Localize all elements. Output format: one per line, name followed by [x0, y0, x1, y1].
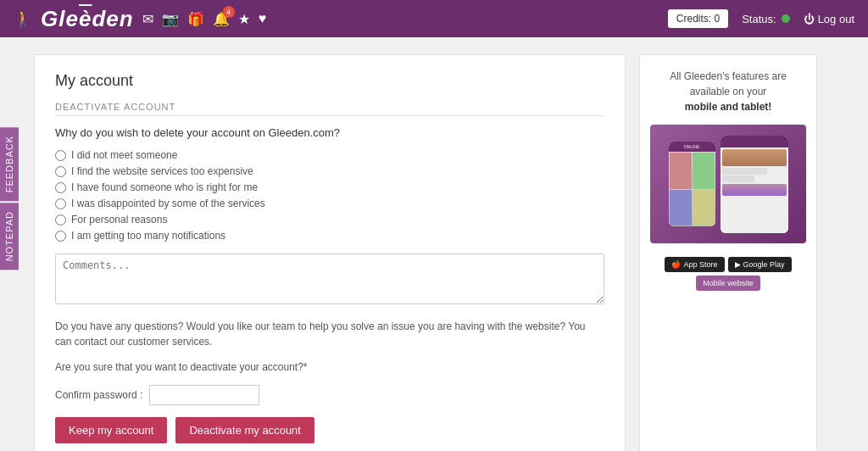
keep-account-button[interactable]: Keep my account: [55, 417, 167, 443]
header-right: Credits: 0 Status: ⏻ Log out: [668, 9, 854, 28]
header-icons: ✉ 📷 🎁 🔔 4 ★ ♥: [142, 11, 267, 27]
radio-label-3: I have found someone who is right for me: [71, 181, 258, 193]
radio-option-2[interactable]: I find the website services too expensiv…: [55, 165, 604, 177]
radio-option-4[interactable]: I was disappointed by some of the servic…: [55, 198, 604, 209]
notepad-tab[interactable]: NOTEPAD: [0, 203, 19, 270]
status-area: Status:: [742, 13, 789, 25]
logo: Gleèden: [41, 6, 134, 32]
deactivate-button[interactable]: Deactivate my account: [175, 417, 314, 443]
notification-icon[interactable]: 🔔 4: [213, 11, 230, 27]
main-content: My account Deactivate Account Why do you…: [0, 37, 868, 451]
radio-option-5[interactable]: For personal reasons: [55, 214, 604, 226]
radio-label-1: I did not meet someone: [71, 149, 177, 161]
side-tabs: FEEDBACK NOTEPAD: [0, 127, 19, 270]
status-label: Status:: [742, 13, 776, 25]
delete-question: Why do you wish to delete your account o…: [55, 126, 604, 139]
star-icon[interactable]: ★: [238, 11, 250, 27]
gift-icon[interactable]: 🎁: [187, 11, 204, 27]
camera-icon[interactable]: 📷: [162, 11, 179, 27]
radio-input-4[interactable]: [55, 198, 66, 209]
google-play-button[interactable]: ▶ Google Play: [728, 257, 792, 272]
buttons-row: Keep my account Deactivate my account: [55, 417, 604, 443]
google-play-icon: ▶: [735, 260, 741, 269]
status-dot: [782, 14, 790, 23]
mobile-mockup-image: ONLINE: [650, 125, 806, 243]
radio-input-5[interactable]: [55, 214, 66, 226]
apple-icon: 🍎: [671, 260, 681, 269]
page-title: My account: [55, 72, 604, 90]
mobile-site-button[interactable]: Mobile website: [696, 276, 760, 291]
google-play-label: Google Play: [743, 260, 785, 269]
person-icon: 🚶: [14, 9, 32, 28]
notification-badge: 4: [223, 6, 235, 18]
logout-label: Log out: [818, 13, 854, 25]
comments-textarea[interactable]: [55, 253, 604, 304]
help-text: Do you have any questions? Would you lik…: [55, 319, 604, 349]
store-buttons: 🍎 App Store ▶ Google Play Mobile website: [650, 257, 806, 291]
confirm-label: Confirm password :: [55, 389, 142, 401]
radio-input-3[interactable]: [55, 182, 66, 193]
mobile-preview: ONLINE: [650, 125, 806, 243]
feedback-tab[interactable]: FEEDBACK: [0, 127, 19, 201]
logo-accent: è: [79, 6, 92, 31]
radio-input-2[interactable]: [55, 166, 66, 177]
section-title: Deactivate Account: [55, 102, 604, 116]
radio-label-2: I find the website services too expensiv…: [71, 165, 253, 177]
header: 🚶 Gleèden ✉ 📷 🎁 🔔 4 ★ ♥ Credits: 0 Statu…: [0, 0, 868, 37]
sidebar-promo-text: All Gleeden's features are available on …: [650, 69, 806, 114]
form-panel: My account Deactivate Account Why do you…: [34, 54, 626, 451]
radio-label-6: I am getting too many notifications: [71, 230, 225, 242]
header-left: 🚶 Gleèden ✉ 📷 🎁 🔔 4 ★ ♥: [14, 6, 266, 32]
radio-input-6[interactable]: [55, 231, 66, 242]
radio-input-1[interactable]: [55, 150, 66, 161]
radio-option-3[interactable]: I have found someone who is right for me: [55, 181, 604, 193]
app-store-button[interactable]: 🍎 App Store: [665, 257, 724, 272]
sidebar-panel: All Gleeden's features are available on …: [639, 54, 817, 451]
credits-button[interactable]: Credits: 0: [668, 9, 728, 28]
logout-button[interactable]: ⏻ Log out: [804, 13, 854, 25]
mail-icon[interactable]: ✉: [142, 11, 153, 27]
sidebar-text-highlight: mobile and tablet!: [685, 101, 772, 113]
confirm-row: Confirm password :: [55, 385, 604, 405]
radio-label-4: I was disappointed by some of the servic…: [71, 198, 265, 209]
power-icon: ⏻: [804, 13, 815, 25]
radio-option-1[interactable]: I did not meet someone: [55, 149, 604, 161]
password-input[interactable]: [149, 385, 259, 405]
sidebar-text-part1: All Gleeden's features are available on …: [670, 70, 787, 97]
radio-group: I did not meet someone I find the websit…: [55, 149, 604, 242]
confirm-question: Are you sure that you want to deactivate…: [55, 359, 604, 375]
radio-label-5: For personal reasons: [71, 214, 167, 226]
app-store-label: App Store: [683, 260, 717, 269]
radio-option-6[interactable]: I am getting too many notifications: [55, 230, 604, 242]
heart-icon[interactable]: ♥: [259, 11, 267, 26]
